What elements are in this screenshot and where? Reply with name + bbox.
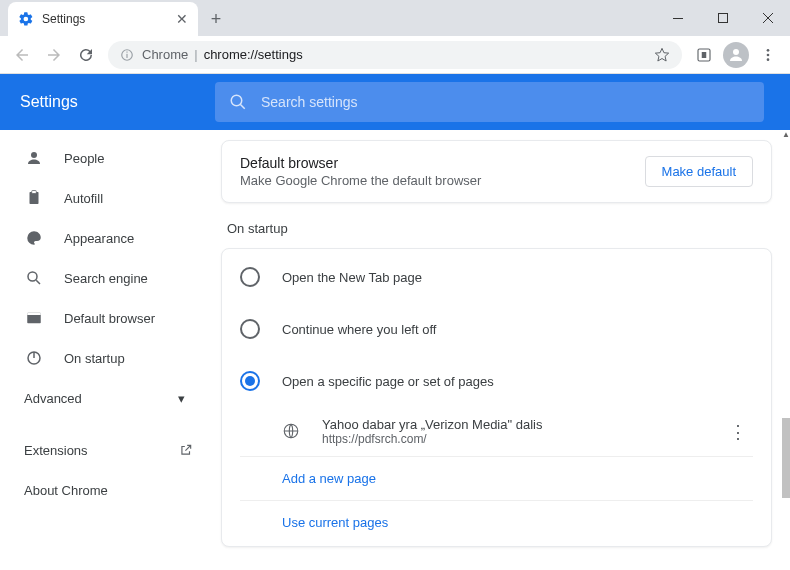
address-bar[interactable]: Chrome | chrome://settings	[108, 41, 682, 69]
page-title: Yahoo dabar yra „Verizon Media" dalis	[322, 417, 542, 432]
sidebar-item-label: Autofill	[64, 191, 103, 206]
sidebar-item-default-browser[interactable]: Default browser	[0, 298, 215, 338]
browser-tab[interactable]: Settings ✕	[8, 2, 198, 36]
svg-point-13	[31, 152, 37, 158]
radio-icon	[240, 319, 260, 339]
svg-rect-19	[27, 313, 41, 315]
search-icon	[24, 269, 44, 287]
startup-card: Open the New Tab page Continue where you…	[221, 248, 772, 547]
sidebar-extensions[interactable]: Extensions	[0, 430, 215, 470]
sidebar-item-label: On startup	[64, 351, 125, 366]
svg-rect-3	[126, 53, 127, 57]
chevron-down-icon: ▾	[178, 391, 185, 406]
minimize-button[interactable]	[655, 0, 700, 36]
sidebar-item-autofill[interactable]: Autofill	[0, 178, 215, 218]
sidebar: People Autofill Appearance Search engine…	[0, 130, 215, 562]
use-current-pages-link[interactable]: Use current pages	[240, 501, 753, 544]
more-menu-icon[interactable]: ⋮	[723, 421, 753, 443]
radio-icon	[240, 371, 260, 391]
sidebar-item-search-engine[interactable]: Search engine	[0, 258, 215, 298]
svg-rect-4	[126, 51, 127, 52]
power-icon	[24, 349, 44, 367]
radio-option-new-tab[interactable]: Open the New Tab page	[240, 251, 753, 303]
sidebar-item-label: Appearance	[64, 231, 134, 246]
svg-rect-0	[673, 18, 683, 19]
page-title: Settings	[20, 93, 215, 111]
external-link-icon	[179, 443, 193, 457]
menu-icon[interactable]	[754, 41, 782, 69]
svg-rect-6	[702, 52, 707, 58]
maximize-button[interactable]	[700, 0, 745, 36]
palette-icon	[24, 229, 44, 247]
person-icon	[24, 149, 44, 167]
browser-toolbar: Chrome | chrome://settings	[0, 36, 790, 74]
radio-option-continue[interactable]: Continue where you left off	[240, 303, 753, 355]
svg-point-10	[767, 58, 770, 61]
add-page-link[interactable]: Add a new page	[240, 457, 753, 501]
radio-option-specific-pages[interactable]: Open a specific page or set of pages	[240, 355, 753, 407]
tab-strip: Settings ✕ +	[0, 0, 790, 36]
close-icon[interactable]: ✕	[176, 11, 188, 27]
default-browser-card: Default browser Make Google Chrome the d…	[221, 140, 772, 203]
globe-icon	[282, 422, 302, 442]
search-input[interactable]	[261, 94, 750, 110]
reload-button[interactable]	[72, 41, 100, 69]
sidebar-item-people[interactable]: People	[0, 138, 215, 178]
page-url: https://pdfsrch.com/	[322, 432, 542, 446]
extension-icon[interactable]	[690, 41, 718, 69]
sidebar-about[interactable]: About Chrome	[0, 470, 215, 510]
scroll-thumb[interactable]	[782, 418, 790, 498]
sidebar-item-label: People	[64, 151, 104, 166]
startup-page-row: Yahoo dabar yra „Verizon Media" dalis ht…	[240, 407, 753, 457]
star-icon[interactable]	[654, 47, 670, 63]
info-icon	[120, 48, 134, 62]
close-window-button[interactable]	[745, 0, 790, 36]
svg-point-8	[767, 49, 770, 52]
forward-button[interactable]	[40, 41, 68, 69]
clipboard-icon	[24, 189, 44, 207]
sidebar-item-appearance[interactable]: Appearance	[0, 218, 215, 258]
svg-rect-15	[32, 191, 37, 194]
omnibox-path: chrome://settings	[204, 47, 303, 62]
svg-line-17	[36, 280, 40, 284]
svg-point-7	[733, 49, 739, 55]
omnibox-chip: Chrome	[142, 47, 188, 62]
card-title: Default browser	[240, 155, 481, 171]
svg-line-12	[240, 104, 245, 109]
radio-icon	[240, 267, 260, 287]
sidebar-item-label: Default browser	[64, 311, 155, 326]
avatar[interactable]	[722, 41, 750, 69]
back-button[interactable]	[8, 41, 36, 69]
section-title: On startup	[227, 221, 772, 236]
svg-point-16	[28, 272, 37, 281]
sidebar-item-label: Search engine	[64, 271, 148, 286]
sidebar-item-on-startup[interactable]: On startup	[0, 338, 215, 378]
tab-title: Settings	[42, 12, 85, 26]
browser-icon	[24, 309, 44, 327]
svg-point-9	[767, 53, 770, 56]
search-box[interactable]	[215, 82, 764, 122]
svg-rect-1	[718, 14, 727, 23]
settings-header: Settings	[0, 74, 790, 130]
svg-point-11	[231, 95, 242, 106]
sidebar-advanced[interactable]: Advanced ▾	[0, 378, 215, 418]
search-icon	[229, 93, 247, 111]
scrollbar[interactable]: ▲	[782, 130, 790, 562]
scroll-up-icon[interactable]: ▲	[782, 130, 790, 140]
gear-icon	[18, 11, 34, 27]
card-subtitle: Make Google Chrome the default browser	[240, 173, 481, 188]
new-tab-button[interactable]: +	[202, 5, 230, 33]
make-default-button[interactable]: Make default	[645, 156, 753, 187]
content-area: Default browser Make Google Chrome the d…	[215, 130, 790, 562]
